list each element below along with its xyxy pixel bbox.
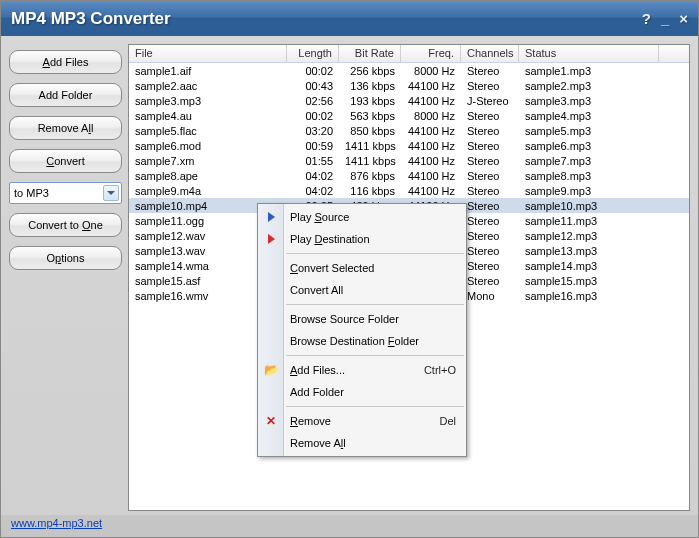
col-length[interactable]: Length <box>287 45 339 62</box>
cell-status: sample3.mp3 <box>519 95 659 107</box>
cell-length: 02:56 <box>287 95 339 107</box>
cell-status: sample12.mp3 <box>519 230 659 242</box>
table-row[interactable]: sample9.m4a04:02116 kbps44100 HzStereosa… <box>129 183 689 198</box>
cell-file: sample5.flac <box>129 125 287 137</box>
table-row[interactable]: sample8.ape04:02876 kbps44100 HzStereosa… <box>129 168 689 183</box>
cell-status: sample11.mp3 <box>519 215 659 227</box>
window-title: MP4 MP3 Converter <box>11 9 642 29</box>
cell-channels: Mono <box>461 290 519 302</box>
cell-channels: Stereo <box>461 110 519 122</box>
col-status[interactable]: Status <box>519 45 659 62</box>
convert-to-one-button[interactable]: Convert to One <box>9 213 122 237</box>
remove-icon: ✕ <box>263 413 279 429</box>
cell-status: sample5.mp3 <box>519 125 659 137</box>
menu-remove[interactable]: ✕ RemoveDel <box>258 410 466 432</box>
col-freq[interactable]: Freq. <box>401 45 461 62</box>
website-link[interactable]: www.mp4-mp3.net <box>11 517 102 529</box>
cell-freq: 44100 Hz <box>401 140 461 152</box>
cell-channels: J-Stereo <box>461 95 519 107</box>
cell-channels: Stereo <box>461 65 519 77</box>
cell-file: sample1.aif <box>129 65 287 77</box>
cell-channels: Stereo <box>461 155 519 167</box>
cell-file: sample7.xm <box>129 155 287 167</box>
cell-status: sample16.mp3 <box>519 290 659 302</box>
cell-file: sample4.au <box>129 110 287 122</box>
cell-file: sample2.aac <box>129 80 287 92</box>
cell-length: 03:20 <box>287 125 339 137</box>
add-files-button[interactable]: Add Files <box>9 50 122 74</box>
remove-all-button[interactable]: Remove All <box>9 116 122 140</box>
menu-separator <box>286 355 464 356</box>
format-select-value: to MP3 <box>14 187 49 199</box>
cell-freq: 44100 Hz <box>401 95 461 107</box>
menu-remove-all[interactable]: Remove All <box>258 432 466 454</box>
cell-bitrate: 1411 kbps <box>339 155 401 167</box>
convert-button[interactable]: Convert <box>9 149 122 173</box>
chevron-down-icon <box>103 185 119 201</box>
footer: www.mp4-mp3.net <box>1 515 698 537</box>
cell-channels: Stereo <box>461 260 519 272</box>
table-row[interactable]: sample1.aif00:02256 kbps8000 HzStereosam… <box>129 63 689 78</box>
table-row[interactable]: sample2.aac00:43136 kbps44100 HzStereosa… <box>129 78 689 93</box>
cell-length: 00:02 <box>287 65 339 77</box>
cell-status: sample15.mp3 <box>519 275 659 287</box>
table-row[interactable]: sample5.flac03:20850 kbps44100 HzStereos… <box>129 123 689 138</box>
cell-status: sample14.mp3 <box>519 260 659 272</box>
cell-freq: 44100 Hz <box>401 125 461 137</box>
cell-bitrate: 256 kbps <box>339 65 401 77</box>
cell-length: 00:43 <box>287 80 339 92</box>
cell-bitrate: 876 kbps <box>339 170 401 182</box>
table-row[interactable]: sample6.mod00:591411 kbps44100 HzStereos… <box>129 138 689 153</box>
format-select[interactable]: to MP3 <box>9 182 122 204</box>
col-channels[interactable]: Channels <box>461 45 519 62</box>
menu-browse-dest[interactable]: Browse Destination Folder <box>258 330 466 352</box>
menu-separator <box>286 406 464 407</box>
menu-convert-selected[interactable]: Convert Selected <box>258 257 466 279</box>
cell-file: sample9.m4a <box>129 185 287 197</box>
cell-freq: 8000 Hz <box>401 110 461 122</box>
cell-freq: 44100 Hz <box>401 80 461 92</box>
titlebar: MP4 MP3 Converter ? _ × <box>1 1 698 36</box>
col-bitrate[interactable]: Bit Rate <box>339 45 401 62</box>
sidebar: Add Files Add Folder Remove All Convert … <box>9 44 122 511</box>
cell-bitrate: 850 kbps <box>339 125 401 137</box>
menu-browse-source[interactable]: Browse Source Folder <box>258 308 466 330</box>
menu-play-destination[interactable]: Play Destination <box>258 228 466 250</box>
menu-play-source[interactable]: Play Source <box>258 206 466 228</box>
cell-bitrate: 563 kbps <box>339 110 401 122</box>
close-button[interactable]: × <box>679 10 688 27</box>
help-button[interactable]: ? <box>642 10 651 27</box>
menu-add-files[interactable]: Add Files...Ctrl+O <box>258 359 466 381</box>
cell-freq: 44100 Hz <box>401 185 461 197</box>
table-row[interactable]: sample4.au00:02563 kbps8000 HzStereosamp… <box>129 108 689 123</box>
cell-status: sample6.mp3 <box>519 140 659 152</box>
cell-status: sample8.mp3 <box>519 170 659 182</box>
menu-convert-all[interactable]: Convert All <box>258 279 466 301</box>
cell-length: 01:55 <box>287 155 339 167</box>
cell-channels: Stereo <box>461 185 519 197</box>
cell-status: sample7.mp3 <box>519 155 659 167</box>
add-folder-button[interactable]: Add Folder <box>9 83 122 107</box>
cell-channels: Stereo <box>461 140 519 152</box>
cell-status: sample2.mp3 <box>519 80 659 92</box>
minimize-button[interactable]: _ <box>661 10 669 27</box>
cell-channels: Stereo <box>461 200 519 212</box>
menu-separator <box>286 253 464 254</box>
cell-status: sample10.mp3 <box>519 200 659 212</box>
context-menu: Play Source Play Destination Convert Sel… <box>257 203 467 457</box>
cell-status: sample1.mp3 <box>519 65 659 77</box>
cell-channels: Stereo <box>461 125 519 137</box>
menu-separator <box>286 304 464 305</box>
col-file[interactable]: File <box>129 45 287 62</box>
table-row[interactable]: sample3.mp302:56193 kbps44100 HzJ-Stereo… <box>129 93 689 108</box>
table-row[interactable]: sample7.xm01:551411 kbps44100 HzStereosa… <box>129 153 689 168</box>
cell-freq: 44100 Hz <box>401 155 461 167</box>
options-button[interactable]: Options <box>9 246 122 270</box>
file-list-panel: File Length Bit Rate Freq. Channels Stat… <box>128 44 690 511</box>
menu-add-folder[interactable]: Add Folder <box>258 381 466 403</box>
play-dest-icon <box>263 231 279 247</box>
cell-length: 04:02 <box>287 170 339 182</box>
window-buttons: ? _ × <box>642 10 688 27</box>
table-header: File Length Bit Rate Freq. Channels Stat… <box>129 45 689 63</box>
cell-length: 00:02 <box>287 110 339 122</box>
